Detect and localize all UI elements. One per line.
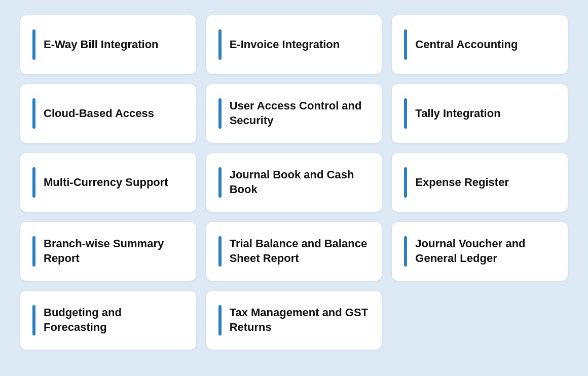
card-journal-cash[interactable]: Journal Book and Cash Book [206, 153, 382, 212]
label-journal-cash: Journal Book and Cash Book [230, 168, 370, 197]
card-trial-balance[interactable]: Trial Balance and Balance Sheet Report [206, 222, 382, 281]
card-eway-bill[interactable]: E-Way Bill Integration [20, 15, 196, 74]
card-tax-management[interactable]: Tax Management and GST Returns [206, 291, 382, 350]
card-budgeting[interactable]: Budgeting and Forecasting [20, 291, 196, 350]
label-expense-register: Expense Register [415, 175, 509, 190]
card-multi-currency[interactable]: Multi-Currency Support [20, 153, 196, 212]
label-tax-management: Tax Management and GST Returns [230, 306, 370, 334]
accent-journal-cash [218, 167, 222, 198]
label-multi-currency: Multi-Currency Support [44, 175, 168, 190]
label-central-accounting: Central Accounting [415, 37, 518, 52]
accent-tally-integration [404, 98, 407, 129]
accent-multi-currency [32, 167, 35, 198]
accent-expense-register [404, 167, 407, 198]
accent-tax-management [218, 305, 222, 335]
label-trial-balance: Trial Balance and Balance Sheet Report [230, 237, 370, 266]
accent-trial-balance [218, 236, 222, 267]
card-einvoice[interactable]: E-Invoice Integration [206, 15, 382, 74]
label-tally-integration: Tally Integration [415, 106, 500, 121]
accent-einvoice [218, 29, 222, 60]
accent-eway-bill [32, 29, 35, 60]
card-journal-voucher[interactable]: Journal Voucher and General Ledger [392, 222, 568, 281]
accent-central-accounting [404, 29, 407, 60]
accent-user-access [218, 98, 222, 129]
accent-branch-summary [32, 236, 35, 267]
card-expense-register[interactable]: Expense Register [392, 153, 568, 212]
card-cloud-access[interactable]: Cloud-Based Access [20, 84, 196, 143]
card-branch-summary[interactable]: Branch-wise Summary Report [20, 222, 196, 281]
label-budgeting: Budgeting and Forecasting [44, 306, 184, 334]
accent-cloud-access [32, 98, 35, 129]
label-einvoice: E-Invoice Integration [230, 37, 340, 52]
card-tally-integration[interactable]: Tally Integration [392, 84, 568, 143]
label-user-access: User Access Control and Security [230, 99, 370, 128]
label-branch-summary: Branch-wise Summary Report [44, 237, 184, 266]
label-cloud-access: Cloud-Based Access [44, 106, 154, 121]
accent-journal-voucher [404, 236, 407, 267]
label-journal-voucher: Journal Voucher and General Ledger [415, 237, 556, 266]
label-eway-bill: E-Way Bill Integration [44, 37, 159, 52]
features-grid: E-Way Bill IntegrationE-Invoice Integrat… [20, 15, 568, 350]
card-central-accounting[interactable]: Central Accounting [392, 15, 568, 74]
accent-budgeting [32, 305, 35, 335]
card-user-access[interactable]: User Access Control and Security [206, 84, 382, 143]
